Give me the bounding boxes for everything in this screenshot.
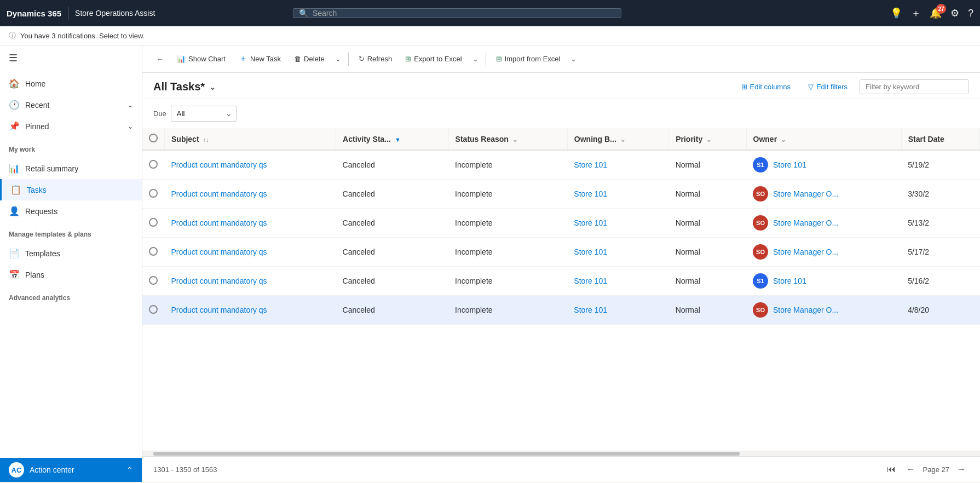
edit-columns-button[interactable]: ⊞ Edit columns	[736, 79, 796, 94]
row-checkbox[interactable]	[149, 305, 158, 314]
sidebar-item-plans[interactable]: 📅 Plans	[0, 264, 142, 285]
sidebar-item-pinned[interactable]: 📌 Pinned ⌄	[0, 116, 142, 137]
owner-link[interactable]: Store 101	[773, 277, 806, 285]
task-link[interactable]: Product count mandatory qs	[171, 219, 267, 227]
col-priority[interactable]: Priority ⌄	[669, 128, 746, 150]
due-filter-wrap[interactable]: All Today This week Overdue	[171, 106, 237, 122]
row-status-reason-cell: Incomplete	[448, 267, 567, 296]
table-row: Product count mandatory qs Canceled Inco…	[142, 296, 980, 325]
search-box[interactable]: 🔍	[293, 8, 621, 18]
back-button[interactable]: ←	[151, 51, 169, 66]
add-icon[interactable]: ＋	[911, 7, 921, 20]
row-priority-cell: Normal	[669, 267, 746, 296]
row-select-cell	[142, 180, 165, 209]
export-excel-icon: ⊞	[405, 55, 411, 63]
owner-link[interactable]: Store Manager O...	[773, 248, 838, 256]
sidebar-item-requests[interactable]: 👤 Requests	[0, 200, 142, 222]
task-link[interactable]: Product count mandatory qs	[171, 277, 267, 285]
task-link[interactable]: Product count mandatory qs	[171, 189, 267, 198]
delete-button[interactable]: 🗑 Delete	[289, 51, 330, 66]
row-activity-status-cell: Canceled	[336, 180, 449, 209]
help-icon[interactable]: ?	[968, 8, 973, 19]
top-nav: Dynamics 365 Store Operations Assist 🔍 💡…	[0, 0, 980, 26]
task-link[interactable]: Product count mandatory qs	[171, 306, 267, 314]
owner-link[interactable]: Store Manager O...	[773, 306, 838, 314]
row-checkbox[interactable]	[149, 276, 158, 285]
filter-icon: ▽	[808, 83, 814, 91]
row-checkbox[interactable]	[149, 247, 158, 256]
hamburger-menu[interactable]: ☰	[0, 45, 142, 71]
sidebar-nav-section: 🏠 Home 🕐 Recent ⌄ 📌 Pinned ⌄	[0, 71, 142, 139]
export-excel-button[interactable]: ⊞ Export to Excel	[400, 51, 467, 66]
page-title-text: All Tasks*	[153, 81, 205, 93]
new-task-button[interactable]: ＋ New Task	[233, 50, 286, 68]
horizontal-scrollbar[interactable]	[142, 451, 980, 456]
row-start-date-cell: 5/13/2	[901, 209, 979, 238]
requests-icon: 👤	[9, 206, 20, 216]
sidebar-item-home[interactable]: 🏠 Home	[0, 73, 142, 94]
first-page-button[interactable]: ⏮	[884, 462, 899, 476]
action-center-label: Action center	[30, 465, 74, 474]
store-link[interactable]: Store 101	[574, 160, 607, 169]
action-center-chevron-icon: ⌃	[126, 465, 133, 474]
import-dropdown-button[interactable]: ⌄	[568, 51, 579, 66]
task-link[interactable]: Product count mandatory qs	[171, 248, 267, 256]
lightbulb-icon[interactable]: 💡	[890, 7, 902, 19]
row-checkbox[interactable]	[149, 160, 158, 169]
col-owning-business[interactable]: Owning B... ⌄	[567, 128, 668, 150]
row-subject-cell: Product count mandatory qs	[165, 238, 336, 267]
delete-dropdown-button[interactable]: ⌄	[332, 51, 344, 66]
notification-icon[interactable]: 🔔 27	[930, 7, 942, 19]
pinned-chevron-icon: ⌄	[128, 123, 133, 130]
task-link[interactable]: Product count mandatory qs	[171, 160, 267, 169]
store-link[interactable]: Store 101	[574, 219, 607, 227]
row-checkbox[interactable]	[149, 189, 158, 198]
filters-row: Due All Today This week Overdue	[142, 99, 980, 128]
sidebar: ☰ 🏠 Home 🕐 Recent ⌄ 📌 Pinned ⌄ My work 📊…	[0, 45, 142, 482]
sidebar-item-templates[interactable]: 📄 Templates	[0, 243, 142, 264]
next-page-button[interactable]: →	[954, 462, 969, 476]
table-header-row: Subject ↑↓ Activity Sta... ▼ Status Reas…	[142, 128, 980, 150]
search-input[interactable]	[313, 9, 615, 18]
page-title-chevron-icon[interactable]: ⌄	[209, 83, 216, 91]
select-all-checkbox[interactable]	[149, 134, 158, 142]
col-activity-status[interactable]: Activity Sta... ▼	[336, 128, 449, 150]
import-excel-button[interactable]: ⊞ Import from Excel	[491, 51, 566, 66]
export-dropdown-button[interactable]: ⌄	[470, 51, 481, 66]
prev-page-button[interactable]: ←	[903, 462, 919, 476]
filter-keyword-input[interactable]	[860, 79, 969, 94]
sidebar-item-recent[interactable]: 🕐 Recent ⌄	[0, 94, 142, 116]
owner-link[interactable]: Store Manager O...	[773, 189, 838, 198]
notification-bar[interactable]: ⓘ You have 3 notifications. Select to vi…	[0, 26, 980, 45]
sidebar-item-retail-summary[interactable]: 📊 Retail summary	[0, 158, 142, 179]
row-select-cell	[142, 296, 165, 325]
page-header-actions: ⊞ Edit columns ▽ Edit filters	[736, 79, 970, 94]
row-status-reason-cell: Incomplete	[448, 180, 567, 209]
pagination-info: 1301 - 1350 of 1563	[153, 465, 217, 474]
owner-link[interactable]: Store Manager O...	[773, 219, 838, 227]
show-chart-button[interactable]: 📊 Show Chart	[171, 51, 231, 66]
col-start-date[interactable]: Start Date	[901, 128, 979, 150]
settings-icon[interactable]: ⚙	[950, 7, 959, 19]
scroll-thumb	[153, 452, 740, 456]
row-priority-cell: Normal	[669, 296, 746, 325]
row-owner-cell: S1 Store 101	[746, 267, 901, 296]
col-subject[interactable]: Subject ↑↓	[165, 128, 336, 150]
brand-title: Dynamics 365	[7, 9, 61, 18]
row-checkbox[interactable]	[149, 218, 158, 227]
store-link[interactable]: Store 101	[574, 277, 607, 285]
sidebar-item-recent-label: Recent	[25, 101, 49, 110]
col-owner[interactable]: Owner ⌄	[746, 128, 901, 150]
sidebar-item-tasks[interactable]: 📋 Tasks	[0, 179, 142, 200]
row-owning-business-cell: Store 101	[567, 180, 668, 209]
refresh-button[interactable]: ↻ Refresh	[353, 51, 398, 66]
store-link[interactable]: Store 101	[574, 306, 607, 314]
action-center[interactable]: AC Action center ⌃	[0, 458, 142, 482]
col-status-reason[interactable]: Status Reason ⌄	[448, 128, 567, 150]
store-link[interactable]: Store 101	[574, 189, 607, 198]
due-filter-select[interactable]: All Today This week Overdue	[171, 106, 237, 122]
row-subject-cell: Product count mandatory qs	[165, 150, 336, 180]
store-link[interactable]: Store 101	[574, 248, 607, 256]
edit-filters-button[interactable]: ▽ Edit filters	[803, 79, 853, 94]
owner-link[interactable]: Store 101	[773, 160, 806, 169]
